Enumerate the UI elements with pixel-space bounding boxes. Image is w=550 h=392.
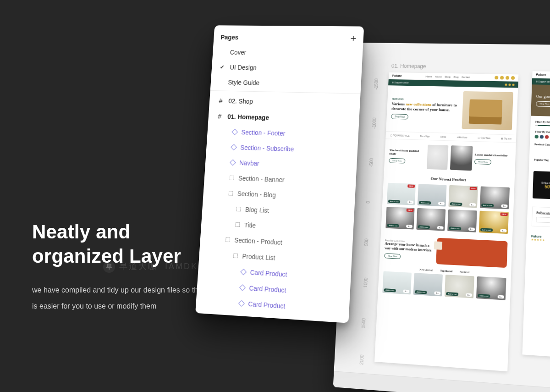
swatch[interactable] bbox=[540, 135, 544, 138]
ruler-mark: -1000 bbox=[372, 117, 377, 129]
swatch[interactable] bbox=[545, 135, 549, 139]
body-text: we have compiled and tidy up our design … bbox=[32, 282, 215, 314]
ruler-mark: 2000 bbox=[359, 354, 364, 365]
ruler-mark: 0 bbox=[366, 201, 371, 204]
product-card[interactable]: Add to cart$— bbox=[476, 276, 506, 300]
mockup-scene: 01. Homepage 02. Shop -1500 -1000 -500 0… bbox=[202, 23, 550, 392]
figma-canvas[interactable]: 01. Homepage 02. Shop -1500 -1000 -500 0… bbox=[333, 43, 550, 392]
chair-image bbox=[427, 145, 449, 170]
nav-links: HomeAboutShopBlogContact bbox=[425, 75, 470, 78]
group-icon bbox=[229, 191, 233, 195]
color-swatches[interactable] bbox=[535, 135, 550, 139]
brand-logo: Future bbox=[392, 74, 402, 77]
product-card[interactable]: Add to cart$— bbox=[480, 186, 510, 209]
component-icon bbox=[230, 160, 236, 166]
component-icon bbox=[239, 284, 246, 291]
nav-icons bbox=[495, 76, 515, 79]
hero-cta[interactable]: Shop Now bbox=[391, 114, 408, 119]
product-grid: SALEAdd to cart$— Add to cart$— SALEAdd … bbox=[381, 182, 514, 238]
frame-icon bbox=[217, 97, 225, 105]
subscribe-box: Subscribe now and get 10% off all items bbox=[532, 207, 550, 232]
product-card[interactable]: Add to cart$— bbox=[418, 184, 447, 206]
hero-heading: Various new collections of furniture to … bbox=[391, 101, 460, 113]
artboard-shop[interactable]: Future HomeAboutShopBlogContact ✆ Suppor… bbox=[522, 71, 550, 364]
page-item-cover[interactable]: Cover bbox=[212, 44, 363, 61]
product-card[interactable]: Add to cart$— bbox=[413, 273, 443, 296]
ruler-mark: 500 bbox=[364, 238, 369, 246]
watermark-icon: 早 bbox=[103, 261, 115, 273]
feature-card: Latest model chandelierShop Now bbox=[450, 145, 511, 172]
sofa-image bbox=[436, 238, 507, 268]
pages-title: Pages bbox=[220, 33, 239, 41]
page-item-style-guide[interactable]: Style Guide bbox=[210, 74, 362, 92]
subscribe-input[interactable] bbox=[536, 217, 550, 228]
shop-filters: Filter By Price Filter By Color Product … bbox=[533, 121, 550, 200]
product-card[interactable]: SALEAdd to cart$— bbox=[479, 211, 509, 234]
hero-image bbox=[462, 91, 513, 130]
group-icon bbox=[235, 222, 240, 227]
product-card[interactable]: SALEAdd to cart$— bbox=[387, 183, 416, 205]
frame-icon bbox=[216, 112, 223, 120]
group-icon bbox=[236, 207, 241, 211]
ruler-mark: 1500 bbox=[361, 318, 366, 329]
component-icon bbox=[232, 129, 238, 135]
check-icon bbox=[219, 64, 226, 71]
hero-eyebrow: FEATURED bbox=[392, 98, 460, 102]
shop-hero: Our goods have the best quality and mate… bbox=[531, 84, 550, 119]
featured-row: The best foam padded chairShop Now Lates… bbox=[384, 139, 516, 177]
product-card[interactable]: Add to cart$— bbox=[447, 210, 477, 232]
promo-box: SALE UP TO50% bbox=[533, 171, 550, 199]
ruler-mark: 1000 bbox=[363, 277, 368, 287]
swatch[interactable] bbox=[535, 135, 539, 138]
product-card[interactable]: Add to cart$— bbox=[382, 271, 412, 294]
product-card[interactable]: Add to cart$— bbox=[416, 208, 446, 231]
ruler-mark: -500 bbox=[368, 158, 374, 167]
pages-panel[interactable]: Pages + Cover UI Design Style Guide 02. … bbox=[195, 25, 364, 323]
artboard-label-home: 01. Homepage bbox=[391, 63, 426, 69]
artboard-homepage[interactable]: Future HomeAboutShopBlogContact ✆ Suppor… bbox=[374, 72, 518, 371]
hero-section: FEATURED Various new collections of furn… bbox=[386, 85, 518, 135]
product-card[interactable]: SALEAdd to cart$— bbox=[448, 185, 478, 208]
lamp-image bbox=[450, 145, 473, 171]
group-icon bbox=[226, 237, 230, 242]
component-icon bbox=[240, 269, 247, 275]
add-page-icon[interactable]: + bbox=[350, 33, 357, 44]
product-card[interactable]: SALEAdd to cart$— bbox=[385, 207, 414, 230]
product-card[interactable]: Add to cart$— bbox=[445, 275, 474, 298]
component-icon bbox=[231, 144, 236, 150]
group-icon bbox=[230, 176, 234, 180]
shop-footer: Future★★★★★ Product Support Company bbox=[526, 230, 550, 252]
group-icon bbox=[233, 254, 238, 259]
feature-card: The best foam padded chairShop Now bbox=[389, 144, 449, 170]
promo-banner: Popular Collection Arrange your home in … bbox=[384, 235, 508, 268]
ruler-mark: -1500 bbox=[374, 78, 380, 89]
